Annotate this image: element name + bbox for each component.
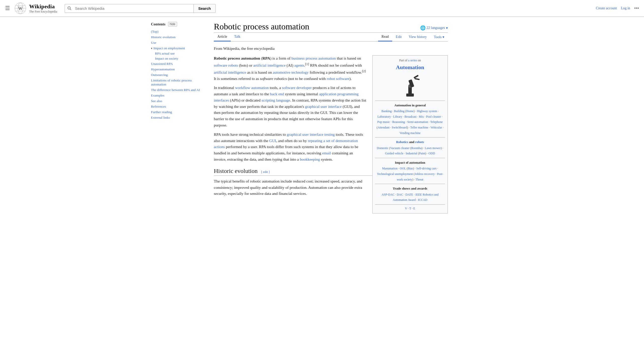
- search-button[interactable]: Search: [193, 4, 215, 13]
- infobox-divider-2: [375, 137, 445, 138]
- toc-title: Contents: [151, 22, 166, 26]
- infobox: Part of a series on Automation Automatio…: [372, 55, 448, 213]
- toc-item-historic-evolution[interactable]: Historic evolution: [151, 34, 204, 40]
- citation-2: [2]: [362, 69, 366, 73]
- language-count-link[interactable]: 22 languages: [427, 26, 445, 30]
- source-label: From Wikipedia, the free encyclopedia: [214, 46, 448, 52]
- toc-header: Contents hide: [151, 22, 204, 26]
- toc-item-external-links[interactable]: External links: [151, 115, 204, 120]
- robot-arm-illustration: [395, 73, 425, 99]
- wikipedia-globe-icon: W: [14, 2, 27, 15]
- link-gui[interactable]: graphical user interface: [305, 104, 342, 109]
- article-tabs: Article Talk Read Edit View history Tool…: [214, 33, 448, 41]
- toc-item-hyperautomation[interactable]: Hyperautomation: [151, 67, 204, 72]
- logo-link[interactable]: W Wikipedia The Free Encyclopedia: [14, 2, 57, 15]
- section-edit-historic[interactable]: [ edit ]: [261, 170, 270, 174]
- site-header: ☰ W Wikipedia The Free Encyclopedia Sear…: [0, 0, 644, 17]
- infobox-divider-4: [375, 184, 445, 184]
- menu-icon[interactable]: ☰: [5, 5, 10, 12]
- infobox-general-title: Automation in general: [375, 103, 445, 108]
- search-input[interactable]: [74, 4, 193, 13]
- main-layout: Contents hide (Top) Historic evolution U…: [146, 17, 498, 222]
- link-repeating[interactable]: repeating a set of demonstration actions: [214, 139, 358, 149]
- link-robot-software[interactable]: robot software: [327, 76, 349, 81]
- lang-chevron-icon[interactable]: ▾: [446, 26, 448, 30]
- toc-item-further-reading[interactable]: Further reading: [151, 109, 204, 115]
- rpa-acronym: RPA: [262, 56, 270, 60]
- toc-item-top[interactable]: (Top): [151, 29, 204, 34]
- link-gui-testing[interactable]: graphical user interface testing: [287, 132, 335, 137]
- infobox-title: Automation: [375, 63, 445, 71]
- toc-item-impact-society[interactable]: Impact on society: [151, 56, 204, 61]
- page-title: Robotic process automation: [214, 22, 309, 31]
- tab-article[interactable]: Article: [214, 33, 231, 41]
- link-workflow-automation[interactable]: workflow automation: [235, 85, 269, 90]
- right-tabs: Read Edit View history Tools ▾: [378, 33, 448, 41]
- link-bookkeeping[interactable]: bookkeeping: [300, 157, 320, 161]
- tab-view-history[interactable]: View history: [405, 33, 430, 41]
- toc-list: (Top) Historic evolution Use ▾Impact on …: [151, 29, 204, 120]
- logo-text: Wikipedia The Free Encyclopedia: [29, 3, 57, 14]
- toc-item-see-also[interactable]: See also: [151, 98, 204, 104]
- toc-item-unassisted-rpa[interactable]: Unassisted RPA: [151, 61, 204, 67]
- toc-item-difference[interactable]: The difference between RPA and AI: [151, 87, 204, 93]
- infobox-divider-1: [375, 101, 445, 101]
- toc-item-use[interactable]: Use: [151, 40, 204, 46]
- infobox-divider-3: [375, 158, 445, 158]
- sidebar: Contents hide (Top) Historic evolution U…: [151, 17, 206, 222]
- svg-rect-12: [414, 75, 419, 78]
- tab-edit[interactable]: Edit: [392, 33, 405, 41]
- tab-read[interactable]: Read: [378, 33, 392, 41]
- language-info[interactable]: 🌐 22 languages ▾: [420, 25, 448, 31]
- tab-tools[interactable]: Tools ▾: [430, 33, 448, 41]
- link-bpa[interactable]: business process automation: [292, 56, 336, 60]
- infobox-impact-title: Impact of automation: [375, 160, 445, 165]
- section-title-historic-text: Historic evolution: [214, 168, 258, 174]
- infobox-general-links: Banking · Building (Home) · Highway syst…: [375, 109, 445, 136]
- link-software-robots[interactable]: software robots: [214, 63, 238, 67]
- infobox-robotics-title: Robotics and robots: [375, 140, 445, 145]
- search-form: Search: [65, 4, 216, 13]
- link-back-end[interactable]: back end: [270, 92, 284, 96]
- infobox-series-link[interactable]: a series: [408, 59, 417, 62]
- log-in-link[interactable]: Log in: [621, 6, 630, 10]
- software-robotics-italic: software robotics: [260, 76, 287, 81]
- header-right: Create account Log in •••: [596, 6, 639, 11]
- link-scripting[interactable]: scripting language: [261, 98, 290, 102]
- infobox-part-of: Part of a series on: [375, 58, 445, 63]
- toc-item-examples[interactable]: Examples: [151, 93, 204, 98]
- svg-line-7: [70, 9, 71, 10]
- svg-text:W: W: [18, 6, 23, 11]
- toc-toggle-icon[interactable]: ▾: [151, 47, 152, 50]
- logo-subtitle: The Free Encyclopedia: [29, 10, 57, 14]
- link-gui-short[interactable]: GUI: [269, 139, 276, 143]
- toc-item-limitations[interactable]: Limitations of robotic process automatio…: [151, 78, 204, 87]
- link-ai[interactable]: artificial intelligence: [253, 63, 286, 67]
- svg-rect-13: [415, 78, 420, 80]
- language-globe-icon: 🌐: [420, 25, 426, 31]
- tab-talk[interactable]: Talk: [231, 33, 244, 41]
- link-software-developer[interactable]: software developer: [282, 85, 312, 90]
- create-account-link[interactable]: Create account: [596, 6, 617, 10]
- toc-item-references[interactable]: References: [151, 104, 204, 109]
- infobox-divider-5: [375, 204, 445, 205]
- infobox-impact-links: Manumation · OOL (Bias) · Self-driving c…: [375, 166, 445, 182]
- infobox-robotics-links: Domestic (Vacuum cleaner (Roomba) · Lawn…: [375, 146, 445, 156]
- infobox-footer: V · T · E: [375, 206, 445, 211]
- infobox-trade-title: Trade shows and awards: [375, 186, 445, 191]
- article-content: Robotic process automation 🌐 22 language…: [206, 17, 448, 222]
- toc-item-rpa-actual-use[interactable]: RPA actual use: [151, 51, 204, 56]
- link-agents[interactable]: agents: [294, 63, 304, 67]
- logo-title: Wikipedia: [29, 3, 57, 10]
- toc-item-outsourcing[interactable]: Outsourcing: [151, 72, 204, 78]
- link-ai-2[interactable]: artificial intelligence: [214, 70, 246, 74]
- link-automotive[interactable]: automotive technology: [273, 70, 309, 74]
- citation-1: [1]: [305, 62, 309, 66]
- toc-item-impact-employment[interactable]: ▾Impact on employment: [151, 46, 204, 51]
- rpa-bold: Robotic process automation: [214, 56, 260, 60]
- infobox-trade-links: ASP-DAC · DAC · DATE · IEEE Robotics and…: [375, 192, 445, 203]
- link-email[interactable]: email: [322, 151, 331, 155]
- search-icon: [65, 5, 74, 12]
- more-options-icon[interactable]: •••: [634, 6, 639, 11]
- toc-hide-button[interactable]: hide: [168, 22, 177, 26]
